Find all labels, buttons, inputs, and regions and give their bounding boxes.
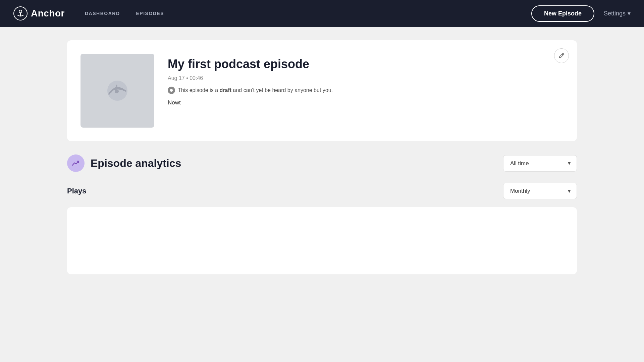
nav-dashboard[interactable]: DASHBOARD [85, 11, 120, 16]
logo-text: Anchor [31, 8, 65, 19]
plays-select[interactable]: Monthly Weekly Daily [503, 183, 577, 199]
anchor-logo-icon [13, 6, 28, 20]
edit-button[interactable] [554, 48, 569, 63]
navbar: Anchor DASHBOARD EPISODES New Episode Se… [0, 0, 644, 27]
plays-chart [67, 207, 577, 274]
pencil-icon [558, 52, 565, 59]
logo[interactable]: Anchor [13, 6, 65, 20]
plays-section: Plays Monthly Weekly Daily [67, 183, 577, 274]
episode-draft-notice: This episode is a draft and can't yet be… [168, 87, 564, 94]
analytics-title: Episode analytics [91, 157, 181, 170]
analytics-icon-bg [67, 154, 85, 172]
plays-header: Plays Monthly Weekly Daily [67, 183, 577, 199]
episode-info: My first podcast episode Aug 17 • 00:46 … [168, 54, 564, 106]
time-select[interactable]: All time Last 7 days Last 30 days Last 3… [503, 155, 577, 172]
analytics-section: Episode analytics All time Last 7 days L… [67, 154, 577, 274]
chart-icon [71, 159, 80, 168]
episode-card: My first podcast episode Aug 17 • 00:46 … [67, 40, 577, 141]
settings-button[interactable]: Settings ▾ [604, 10, 631, 17]
main-nav: DASHBOARD EPISODES [85, 11, 531, 16]
chevron-down-icon: ▾ [628, 10, 631, 17]
svg-point-1 [19, 10, 22, 13]
navbar-right: New Episode Settings ▾ [531, 5, 631, 22]
analytics-header: Episode analytics All time Last 7 days L… [67, 154, 577, 172]
episode-title: My first podcast episode [168, 57, 564, 71]
episode-description: Nowt [168, 99, 564, 106]
episode-thumbnail [80, 54, 154, 128]
time-select-wrapper[interactable]: All time Last 7 days Last 30 days Last 3… [503, 155, 577, 172]
svg-point-6 [115, 89, 119, 93]
plays-label: Plays [67, 187, 87, 195]
svg-line-8 [562, 54, 563, 55]
analytics-title-group: Episode analytics [67, 154, 181, 172]
nav-episodes[interactable]: EPISODES [136, 11, 164, 16]
draft-icon [168, 87, 175, 94]
plays-select-wrapper[interactable]: Monthly Weekly Daily [503, 183, 577, 199]
episode-meta: Aug 17 • 00:46 [168, 75, 564, 81]
podcast-icon [97, 71, 138, 111]
new-episode-button[interactable]: New Episode [531, 5, 594, 22]
main-content: My first podcast episode Aug 17 • 00:46 … [0, 27, 644, 299]
